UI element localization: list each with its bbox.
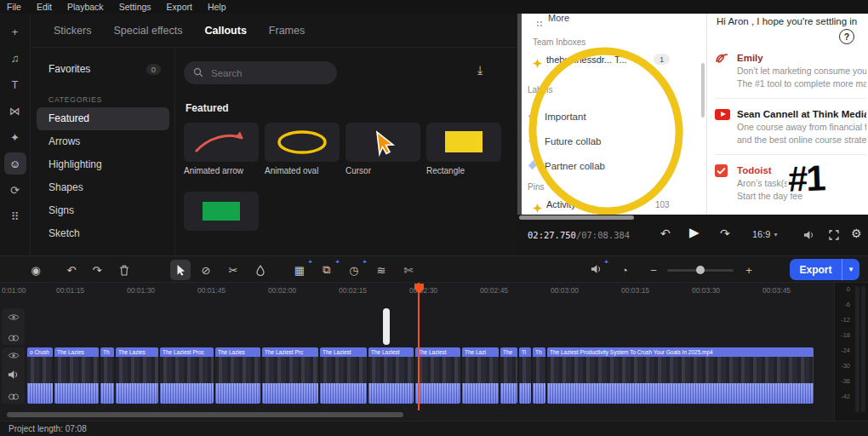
- export-button[interactable]: Export ▾: [790, 259, 859, 280]
- library-grid: Animated arrowAnimated ovalCursorRectang…: [184, 123, 517, 255]
- clip[interactable]: The Laziest Prc: [262, 347, 318, 404]
- menu-file[interactable]: File: [7, 2, 21, 12]
- eye-icon[interactable]: [8, 309, 20, 324]
- select-tool-icon[interactable]: [170, 260, 191, 280]
- search-input[interactable]: [209, 67, 323, 79]
- aspect-ratio-control[interactable]: 16:9 ▾: [752, 229, 777, 239]
- clip[interactable]: o Crush: [27, 347, 53, 404]
- clip[interactable]: Th: [100, 347, 114, 404]
- record-icon[interactable]: ◉: [26, 260, 46, 280]
- speaker-icon[interactable]: [8, 368, 19, 383]
- speed-icon[interactable]: ◷+: [344, 260, 364, 280]
- text-tool-icon[interactable]: T: [4, 73, 26, 95]
- category-shapes[interactable]: Shapes: [37, 176, 169, 199]
- category-list: FeaturedArrowsHighlightingShapesSignsSke…: [37, 107, 169, 245]
- clip[interactable]: The Laziest: [415, 347, 460, 404]
- captions-icon[interactable]: ⟳: [4, 179, 26, 201]
- filters-icon[interactable]: ▦+: [289, 260, 310, 280]
- zoom-slider-knob[interactable]: [696, 266, 705, 274]
- meter-bar-left: [855, 286, 859, 412]
- zoom-in-icon[interactable]: +: [739, 260, 759, 280]
- playhead-line[interactable]: [418, 283, 420, 410]
- next-frame-icon[interactable]: ↷: [720, 227, 730, 240]
- clip[interactable]: The: [500, 347, 517, 404]
- fullscreen-icon[interactable]: [829, 229, 839, 243]
- tab-callouts[interactable]: Callouts: [205, 25, 247, 37]
- clip[interactable]: The Lazi: [462, 347, 499, 404]
- adjust-icon[interactable]: ≋: [371, 260, 391, 280]
- audio-meter: 0-6-12-18-24-30-36-42: [834, 283, 868, 421]
- favorites-row[interactable]: Favorites 0: [49, 63, 161, 75]
- tab-special-effects[interactable]: Special effects: [113, 25, 182, 37]
- link-icon[interactable]: [8, 330, 20, 345]
- category-signs[interactable]: Signs: [37, 199, 169, 222]
- library-item-green-rectangle[interactable]: [184, 192, 259, 245]
- category-highlighting[interactable]: Highlighting: [37, 153, 169, 176]
- preview-scrollbar[interactable]: [519, 215, 634, 220]
- library-item-label: Animated oval: [265, 166, 340, 176]
- undo-icon[interactable]: ↶: [61, 260, 82, 280]
- clip-thumbnails: [500, 357, 517, 383]
- redo-icon[interactable]: ↷: [87, 260, 107, 280]
- eye-icon[interactable]: [8, 347, 20, 363]
- mask-tool-icon[interactable]: [250, 260, 271, 280]
- featured-section-title: Featured: [186, 102, 229, 114]
- search-box[interactable]: [184, 61, 337, 84]
- keyframe-icon[interactable]: ◔: [614, 260, 635, 280]
- library-item-rectangle[interactable]: Rectangle: [426, 123, 501, 176]
- overlay-clip[interactable]: [383, 308, 390, 345]
- clip[interactable]: The Laziest: [368, 347, 414, 404]
- menu-help[interactable]: Help: [208, 2, 226, 12]
- detach-audio-icon[interactable]: ✄: [398, 260, 419, 280]
- video-preview[interactable]: More Team Inboxes thebusinessdr... T... …: [517, 14, 868, 215]
- timeline-scrollbar[interactable]: [7, 412, 403, 417]
- tab-stickers[interactable]: Stickers: [54, 25, 91, 37]
- meter-label: -24: [837, 347, 850, 354]
- split-tool-icon[interactable]: ✂: [223, 260, 243, 280]
- prev-frame-icon[interactable]: ↶: [660, 227, 671, 240]
- export-caret-icon[interactable]: ▾: [842, 259, 859, 280]
- clip[interactable]: The Laziest: [320, 347, 367, 404]
- menu-playback[interactable]: Playback: [67, 2, 104, 12]
- volume-icon[interactable]: [803, 229, 814, 243]
- clip[interactable]: Th: [533, 347, 545, 404]
- effects-icon[interactable]: ✦: [4, 126, 26, 148]
- library-item-animated-oval[interactable]: Animated oval: [265, 123, 340, 176]
- ban-tool-icon[interactable]: ⊘: [196, 260, 216, 280]
- crop-icon[interactable]: ⧉+: [317, 260, 337, 280]
- clip[interactable]: The Laziest Proc: [160, 347, 214, 404]
- download-icon[interactable]: ⤓: [477, 63, 483, 77]
- stickers-icon[interactable]: ☺: [4, 152, 26, 175]
- clip-label: The: [500, 347, 517, 357]
- library-item-animated-arrow[interactable]: Animated arrow: [184, 123, 259, 176]
- tab-frames[interactable]: Frames: [269, 25, 305, 37]
- message-sender: Emily: [737, 51, 866, 65]
- preview-settings-icon[interactable]: ⚙: [851, 227, 862, 240]
- clip[interactable]: Ti: [519, 347, 531, 404]
- zoom-out-icon[interactable]: −: [643, 260, 664, 280]
- clip-thumbnails: [116, 357, 158, 383]
- audio-icon[interactable]: ♫: [4, 47, 26, 69]
- menu-edit[interactable]: Edit: [37, 2, 52, 12]
- menu-settings[interactable]: Settings: [119, 2, 151, 12]
- category-sketch[interactable]: Sketch: [37, 222, 169, 245]
- timecode-total: /07:08.384: [576, 230, 630, 240]
- more-icon: [536, 15, 543, 31]
- link-icon[interactable]: [8, 388, 20, 404]
- menu-export[interactable]: Export: [167, 2, 192, 12]
- clip[interactable]: The Lazies: [54, 347, 99, 404]
- category-featured[interactable]: Featured: [37, 107, 169, 130]
- transitions-icon[interactable]: ⋈: [4, 100, 26, 122]
- play-icon[interactable]: ▶: [689, 226, 700, 239]
- clip[interactable]: The Lazies: [116, 347, 158, 404]
- clip-label: Th: [533, 347, 545, 357]
- categories-panel: Favorites 0 CATEGORIES FeaturedArrowsHig…: [31, 48, 175, 255]
- delete-icon[interactable]: [114, 260, 134, 280]
- clip[interactable]: The Lazies: [215, 347, 260, 404]
- clip[interactable]: The Laziest Productivity System To Crush…: [547, 347, 814, 404]
- library-item-cursor[interactable]: Cursor: [345, 123, 420, 176]
- add-media-icon[interactable]: +: [4, 20, 26, 43]
- category-arrows[interactable]: Arrows: [37, 130, 169, 153]
- elements-icon[interactable]: ⠿: [4, 205, 26, 227]
- mute-track-icon[interactable]: +: [585, 260, 606, 280]
